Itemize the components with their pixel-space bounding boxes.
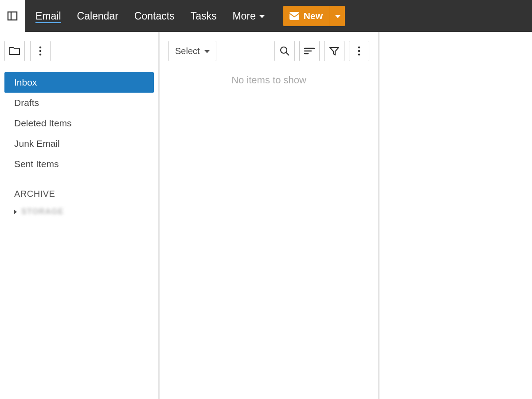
nav-contacts[interactable]: Contacts: [134, 8, 175, 24]
select-button[interactable]: Select: [168, 41, 216, 61]
more-vertical-icon: [358, 46, 360, 56]
svg-point-12: [358, 50, 360, 52]
chevron-down-icon: [335, 15, 340, 18]
header: Email Calendar Contacts Tasks More New: [0, 0, 532, 32]
nav-email[interactable]: Email: [35, 8, 61, 24]
folder-button[interactable]: [4, 41, 25, 61]
nav-more-label: More: [232, 10, 255, 22]
sidebar: Inbox Drafts Deleted Items Junk Email Se…: [0, 32, 160, 399]
new-button-main[interactable]: New: [283, 6, 330, 26]
svg-rect-0: [8, 12, 17, 20]
svg-line-7: [286, 53, 289, 56]
folder-deleted-items[interactable]: Deleted Items: [4, 113, 154, 133]
search-button[interactable]: [274, 41, 295, 61]
filter-button[interactable]: [324, 41, 344, 61]
folder-sent-items[interactable]: Sent Items: [4, 154, 154, 174]
more-vertical-icon: [39, 46, 42, 56]
folder-inbox[interactable]: Inbox: [4, 72, 154, 93]
search-icon: [280, 46, 289, 56]
primary-nav: Email Calendar Contacts Tasks More: [25, 0, 265, 32]
list-more-button[interactable]: [349, 41, 369, 61]
message-list-pane: Select: [160, 32, 379, 399]
folder-junk-email[interactable]: Junk Email: [4, 133, 154, 154]
filter-icon: [329, 47, 339, 55]
new-button[interactable]: New: [283, 6, 345, 26]
toggle-sidebar-button[interactable]: [0, 0, 25, 32]
list-toolbar: Select: [168, 41, 369, 61]
sort-icon: [304, 47, 315, 55]
svg-point-11: [358, 47, 360, 49]
sidebar-toolbar: [4, 41, 154, 61]
new-button-label: New: [304, 11, 323, 21]
chevron-down-icon: [204, 50, 210, 53]
svg-rect-2: [289, 12, 299, 20]
folder-drafts[interactable]: Drafts: [4, 93, 154, 113]
list-toolbar-right: [274, 41, 369, 61]
main: Inbox Drafts Deleted Items Junk Email Se…: [0, 32, 532, 399]
sort-button[interactable]: [299, 41, 320, 61]
storage-tree-item[interactable]: STORAGE: [4, 204, 154, 219]
folder-icon: [9, 46, 20, 56]
reading-pane: [379, 32, 532, 399]
empty-state-text: No items to show: [168, 74, 369, 86]
svg-point-3: [39, 47, 42, 49]
chevron-down-icon: [259, 15, 265, 18]
panel-toggle-icon: [7, 11, 18, 21]
storage-label: STORAGE: [21, 207, 64, 216]
new-button-dropdown[interactable]: [330, 6, 345, 26]
nav-more[interactable]: More: [232, 8, 264, 24]
svg-point-5: [39, 54, 42, 56]
divider: [6, 178, 152, 178]
folder-list: Inbox Drafts Deleted Items Junk Email Se…: [4, 72, 154, 174]
archive-header[interactable]: ARCHIVE: [4, 186, 154, 204]
mail-icon: [289, 12, 299, 20]
svg-point-6: [281, 47, 287, 53]
nav-calendar[interactable]: Calendar: [77, 8, 118, 24]
select-button-label: Select: [175, 46, 200, 56]
nav-tasks[interactable]: Tasks: [191, 8, 217, 24]
svg-point-13: [358, 54, 360, 56]
chevron-right-icon: [14, 210, 17, 214]
folder-more-button[interactable]: [30, 41, 51, 61]
svg-point-4: [39, 50, 42, 52]
